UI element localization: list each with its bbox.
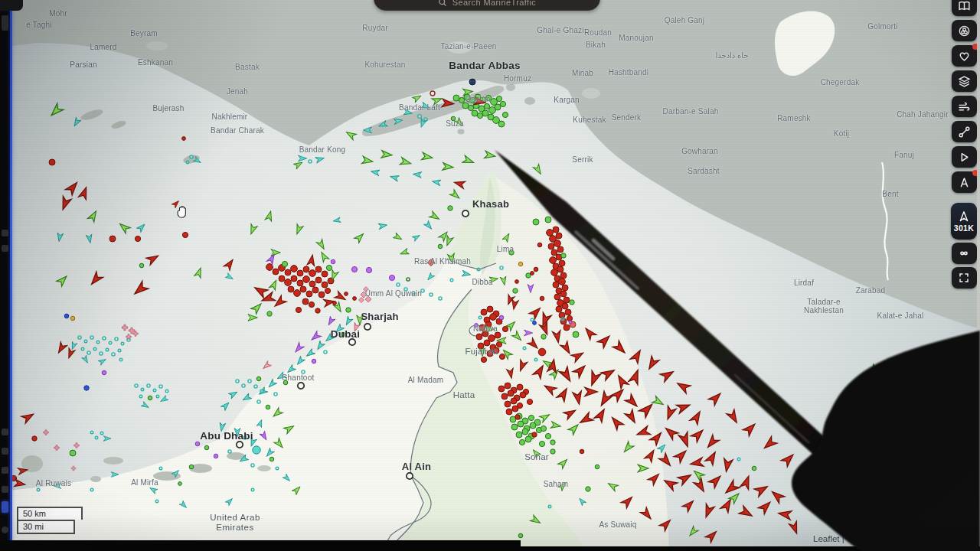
routes-icon <box>958 126 971 139</box>
layers-button[interactable] <box>952 70 977 92</box>
screen-photo: Mohre TaghiBeyramLamerdParsianEshkananBa… <box>0 0 980 551</box>
rail-icon-5[interactable] <box>2 467 8 474</box>
rail-icon-1[interactable] <box>2 230 8 236</box>
rail-gear-icon[interactable] <box>2 527 8 533</box>
scale-mi: 30 mi <box>17 520 75 534</box>
wind-icon <box>958 100 971 113</box>
vessel-count-label: 301K <box>954 223 974 233</box>
map-toolbar-secondary: 301K <box>950 203 978 289</box>
weather-button[interactable] <box>952 96 977 117</box>
favorites-button[interactable] <box>952 45 977 67</box>
fullscreen-button[interactable] <box>952 267 977 289</box>
screen-bottom-bezel-2 <box>505 546 980 551</box>
scale-km: 50 km <box>17 507 83 520</box>
filters-icon <box>958 24 971 37</box>
search-placeholder: Search MarineTraffic <box>452 0 536 7</box>
rail-icon-top[interactable] <box>2 15 8 31</box>
routes-button[interactable] <box>952 121 977 142</box>
rail-icon-2[interactable] <box>2 245 8 252</box>
rail-icon-3[interactable] <box>2 429 8 435</box>
map-toolbar <box>950 0 978 193</box>
rail-icon-4[interactable] <box>2 448 8 455</box>
map-guide-icon <box>958 0 971 12</box>
rail-icon-6[interactable] <box>2 486 8 493</box>
infinity-icon <box>957 246 971 260</box>
vessel-arrow-icon <box>958 210 970 223</box>
fullscreen-icon <box>958 272 970 284</box>
filters-button[interactable] <box>952 20 977 41</box>
heart-icon <box>958 50 971 63</box>
map-geography <box>10 0 980 551</box>
map-scale-control: 50 km 30 mi <box>17 507 83 534</box>
search-icon <box>438 0 447 7</box>
layers-icon <box>958 75 971 88</box>
map-canvas[interactable]: Mohre TaghiBeyramLamerdParsianEshkananBa… <box>10 0 980 551</box>
voyage-tools-button[interactable] <box>952 171 977 193</box>
browser-side-rail <box>0 0 10 551</box>
play-icon <box>958 151 971 164</box>
browser-top-chip <box>0 0 23 11</box>
map-attribution: Leaflet | © Ma <box>813 534 868 543</box>
window-accent-line <box>10 0 12 551</box>
unlimited-button[interactable] <box>952 243 977 264</box>
voyage-tools-icon <box>958 176 971 189</box>
search-bar[interactable]: Search MarineTraffic <box>374 0 600 11</box>
map-guide-button[interactable] <box>952 0 977 16</box>
screen-bezel <box>977 0 980 551</box>
screen-bottom-bezel <box>0 540 521 551</box>
playback-button[interactable] <box>952 146 977 168</box>
rail-icon-active[interactable] <box>2 501 8 513</box>
vessel-count-button[interactable]: 301K <box>951 203 977 240</box>
